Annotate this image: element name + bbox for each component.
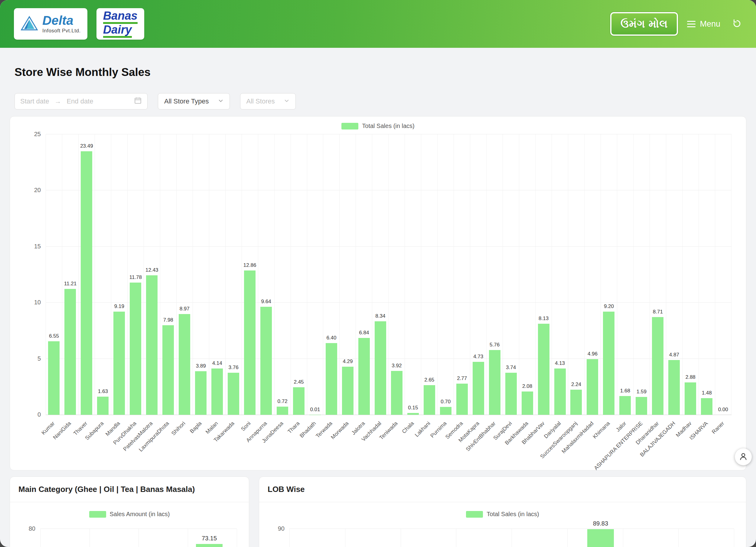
bar[interactable] <box>570 390 582 415</box>
bar[interactable] <box>587 529 614 547</box>
bar-cell: 4.13 <box>552 134 568 415</box>
bar[interactable] <box>685 383 696 415</box>
chart-legend: Total Sales (in lacs) <box>18 122 738 129</box>
bar-cell: 8.97 <box>176 134 193 415</box>
bar-cell: 2.77 <box>454 134 470 415</box>
bar[interactable] <box>244 270 256 415</box>
bar-cell: 5.76 <box>486 134 503 415</box>
bar[interactable] <box>179 314 190 415</box>
bar[interactable] <box>587 359 598 415</box>
bar[interactable] <box>456 384 468 415</box>
bar-value-label: 4.29 <box>343 359 353 365</box>
y-axis-tick: 10 <box>34 299 41 306</box>
bar[interactable] <box>326 343 337 415</box>
y-axis-tick: 80 <box>29 525 35 532</box>
start-date-input[interactable]: Start date <box>20 97 49 105</box>
user-avatar-button[interactable] <box>735 448 752 465</box>
date-range-picker[interactable]: Start date → End date <box>15 93 148 109</box>
bar[interactable] <box>228 373 239 415</box>
x-axis-label: PatelvasMalotra <box>122 420 154 452</box>
bar[interactable] <box>130 283 141 415</box>
gridline <box>512 529 512 547</box>
bar[interactable] <box>260 307 272 415</box>
bar-value-label: 8.13 <box>539 316 549 322</box>
bar-value-label: 0.72 <box>278 399 288 405</box>
bar[interactable] <box>146 275 158 415</box>
bar-cell: 9.64 <box>258 134 274 415</box>
calendar-icon <box>134 96 142 106</box>
main-category-card-title: Main Category (Ghee | Oil | Tea | Banas … <box>10 477 249 502</box>
x-axis-label: Bhadath <box>298 420 317 439</box>
gridline <box>345 529 345 547</box>
bar[interactable] <box>701 398 712 415</box>
bar-value-label: 0.01 <box>310 407 320 413</box>
bar[interactable] <box>619 396 631 415</box>
stores-select[interactable]: All Stores <box>240 93 296 109</box>
menu-button-label: Menu <box>700 19 720 29</box>
menu-button[interactable]: Menu <box>687 19 720 29</box>
bar[interactable] <box>652 317 663 415</box>
bar[interactable] <box>195 371 207 415</box>
gridline <box>401 529 401 547</box>
y-axis-tick: 20 <box>34 187 41 194</box>
bar-cell: 8.34 <box>372 134 388 415</box>
store-sales-bar-chart: 05101520256.5511.2123.491.639.1911.7812.… <box>46 134 732 415</box>
bar[interactable] <box>505 373 517 415</box>
bar[interactable] <box>48 341 60 415</box>
gridline <box>456 529 456 547</box>
bar-value-label: 6.55 <box>49 333 59 339</box>
refresh-button[interactable] <box>732 18 742 30</box>
bar[interactable] <box>522 392 533 415</box>
bar[interactable] <box>603 312 614 415</box>
bar-cell: 11.78 <box>127 134 144 415</box>
bar[interactable] <box>554 369 566 415</box>
bar-cell: 2.88 <box>682 134 699 415</box>
bar-value-label: 6.84 <box>359 330 369 336</box>
bar[interactable] <box>636 397 647 415</box>
bar[interactable] <box>342 367 354 415</box>
bar[interactable] <box>358 338 370 415</box>
bar-value-label: 2.65 <box>424 377 434 383</box>
bar[interactable] <box>668 360 680 415</box>
delta-logo-text: Delta <box>42 14 81 27</box>
bar[interactable] <box>391 371 402 415</box>
bar[interactable] <box>162 325 174 415</box>
delta-infosoft-logo: Delta Infosoft Pvt.Ltd. <box>14 8 87 40</box>
end-date-input[interactable]: End date <box>67 97 93 105</box>
bar[interactable] <box>538 324 549 415</box>
bar[interactable] <box>196 544 223 547</box>
bar[interactable] <box>97 397 109 415</box>
y-axis-tick: 90 <box>278 525 285 532</box>
bar-value-label: 12.86 <box>243 262 256 268</box>
bar[interactable] <box>407 413 419 415</box>
bar-value-label: 89.83 <box>593 520 608 527</box>
bar[interactable] <box>424 385 435 415</box>
bar-value-label: 0.00 <box>718 407 728 413</box>
arrow-right-icon: → <box>54 97 61 105</box>
x-axis-label: Chala <box>401 420 415 435</box>
bar[interactable] <box>473 362 484 415</box>
gridline <box>734 529 734 547</box>
gridline <box>623 529 623 547</box>
x-axis-label: Morwada <box>330 420 350 441</box>
bar-cell: 8.13 <box>535 134 552 415</box>
bar[interactable] <box>113 312 125 415</box>
app-header: Delta Infosoft Pvt.Ltd. Banas Dairy ઉમંગ… <box>0 0 756 48</box>
bar[interactable] <box>211 369 223 415</box>
bar-value-label: 8.34 <box>375 313 385 319</box>
bar[interactable] <box>64 289 76 415</box>
bar[interactable] <box>489 350 500 415</box>
bar[interactable] <box>293 387 305 415</box>
store-type-select[interactable]: All Store Types <box>158 93 230 109</box>
bar-value-label: 3.89 <box>196 363 206 369</box>
bar[interactable] <box>277 407 288 415</box>
bar[interactable] <box>81 151 92 415</box>
x-axis-label: Thara <box>286 420 301 435</box>
bar-value-label: 3.76 <box>229 365 239 371</box>
bar-cell: 0.00 <box>715 134 732 415</box>
bar-cell: 2.65 <box>421 134 437 415</box>
umang-mall-logo: ઉમંગ મોલ <box>610 12 678 36</box>
bar-value-label: 1.63 <box>98 389 108 395</box>
bar[interactable] <box>375 321 386 415</box>
bar[interactable] <box>440 407 451 415</box>
